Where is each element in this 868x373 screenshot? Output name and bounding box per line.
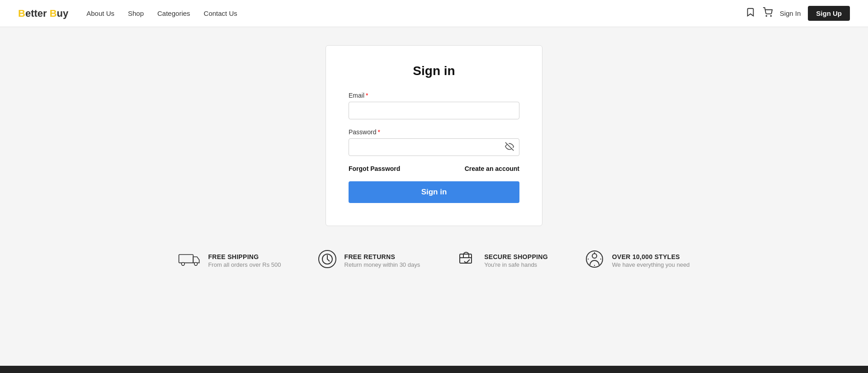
- feature-free-shipping-text: FREE SHIPPING From all orders over Rs 50…: [208, 253, 281, 268]
- features-row: FREE SHIPPING From all orders over Rs 50…: [160, 249, 708, 272]
- returns-icon: [317, 249, 337, 272]
- feature-secure-shopping-title: SECURE SHOPPING: [484, 253, 548, 260]
- styles-icon: [584, 249, 605, 272]
- logo: Better Buy: [18, 8, 68, 19]
- logo-b2: B: [50, 8, 57, 19]
- signin-title: Sign in: [349, 64, 519, 78]
- nav-about-us[interactable]: About Us: [86, 9, 114, 17]
- password-wrapper: [349, 138, 519, 156]
- main-nav: About Us Shop Categories Contact Us: [86, 9, 745, 17]
- logo-b1: B: [18, 8, 25, 19]
- nav-contact-us[interactable]: Contact Us: [204, 9, 237, 17]
- password-label: Password*: [349, 128, 519, 136]
- email-label: Email*: [349, 92, 519, 99]
- svg-point-10: [592, 254, 597, 258]
- header: Better Buy About Us Shop Categories Cont…: [0, 0, 868, 27]
- footer-bar: [0, 366, 868, 373]
- feature-styles-text: OVER 10,000 STYLES We have everything yo…: [612, 253, 690, 268]
- svg-point-0: [766, 15, 767, 16]
- toggle-password-icon[interactable]: [505, 142, 514, 153]
- logo-uy: uy: [57, 8, 69, 19]
- nav-categories[interactable]: Categories: [157, 9, 190, 17]
- shipping-icon: [178, 250, 201, 271]
- feature-styles: OVER 10,000 STYLES We have everything yo…: [584, 249, 690, 272]
- feature-free-returns-title: Free Returns: [344, 253, 420, 260]
- signin-card: Sign in Email* Password*: [326, 45, 542, 226]
- feature-secure-shopping-sub: You're in safe hands: [484, 261, 548, 268]
- signin-submit-button[interactable]: Sign in: [349, 181, 519, 203]
- svg-rect-3: [179, 255, 193, 263]
- feature-styles-sub: We have everything you need: [612, 261, 690, 268]
- bookmark-icon[interactable]: [745, 7, 755, 19]
- cart-icon[interactable]: [763, 7, 773, 19]
- feature-secure-shopping-text: SECURE SHOPPING You're in safe hands: [484, 253, 548, 268]
- feature-secure-shopping: SECURE SHOPPING You're in safe hands: [456, 249, 548, 272]
- forgot-password-link[interactable]: Forgot Password: [349, 165, 400, 172]
- feature-free-shipping: FREE SHIPPING From all orders over Rs 50…: [178, 249, 281, 272]
- password-required: *: [377, 128, 380, 136]
- email-required: *: [366, 92, 368, 99]
- feature-free-returns: Free Returns Return money within 30 days: [317, 249, 420, 272]
- svg-point-5: [194, 263, 198, 266]
- signin-link[interactable]: Sign In: [780, 9, 801, 17]
- email-group: Email*: [349, 92, 519, 119]
- signup-button[interactable]: Sign Up: [808, 6, 850, 21]
- nav-shop[interactable]: Shop: [128, 9, 144, 17]
- create-account-link[interactable]: Create an account: [465, 165, 519, 172]
- svg-rect-8: [460, 254, 472, 263]
- password-input[interactable]: [349, 138, 519, 156]
- feature-styles-title: OVER 10,000 STYLES: [612, 253, 690, 260]
- svg-point-1: [770, 15, 771, 16]
- feature-free-returns-sub: Return money within 30 days: [344, 261, 420, 268]
- logo-etter: etter: [25, 8, 50, 19]
- svg-point-4: [182, 263, 185, 266]
- email-input[interactable]: [349, 102, 519, 119]
- feature-free-shipping-sub: From all orders over Rs 500: [208, 261, 281, 268]
- password-group: Password*: [349, 128, 519, 156]
- secure-icon: [456, 249, 477, 272]
- header-right: Sign In Sign Up: [745, 6, 850, 21]
- form-links: Forgot Password Create an account: [349, 165, 519, 172]
- main-content: Sign in Email* Password*: [0, 27, 868, 299]
- feature-free-returns-text: Free Returns Return money within 30 days: [344, 253, 420, 268]
- feature-free-shipping-title: FREE SHIPPING: [208, 253, 281, 260]
